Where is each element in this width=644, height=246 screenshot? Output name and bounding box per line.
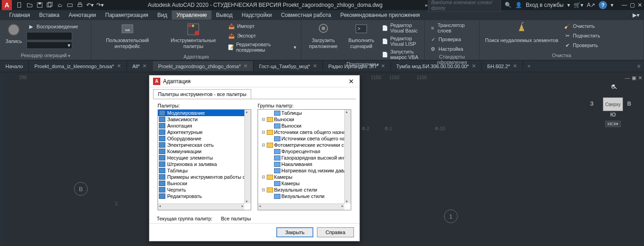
viewcube-south[interactable]: Ю	[610, 112, 616, 118]
palette-item[interactable]: Несущие элементы	[158, 155, 244, 161]
tree-expander-icon[interactable]: ⊟	[261, 143, 266, 147]
tabs-overflow-icon[interactable]: ≡	[633, 63, 644, 70]
menu-совместная работа[interactable]: Совместная работа	[276, 11, 336, 20]
scrollbar-horizontal[interactable]	[158, 203, 244, 210]
group-tree-item[interactable]: Накаливания	[258, 161, 344, 167]
menu-аннотации[interactable]: Аннотации	[64, 11, 100, 20]
vle-button[interactable]: 📄Редактор Visual LISP	[381, 35, 421, 47]
palette-item[interactable]: Электрическая сеть	[158, 142, 244, 148]
edit-aliases-button[interactable]: 📝Редактировать псевдонимы ▾	[227, 41, 297, 53]
tree-expander-icon[interactable]: ⊟	[261, 187, 266, 192]
search-icon[interactable]: 🔍	[505, 2, 512, 8]
signin-icon[interactable]: 👤	[515, 2, 522, 8]
menu-вид[interactable]: Вид	[153, 11, 172, 20]
minimize-icon[interactable]: —	[622, 2, 627, 8]
group-tree-item[interactable]: ⊟Фотометрические источники све	[258, 142, 344, 148]
configure-button[interactable]: ⚙Настройка	[428, 45, 475, 53]
cart-icon[interactable]: 🛒▾	[574, 2, 583, 8]
run-script-button[interactable]: > Выполнить сценарий	[344, 21, 379, 50]
dialog-tab-palettes[interactable]: Палитры инструментов - все палитры	[153, 89, 251, 99]
run-macro-button[interactable]: 📄Запустить макрос VBA	[381, 48, 421, 60]
tab-close-icon[interactable]: ✕	[381, 63, 385, 69]
group-tree-item[interactable]: Натриевая под низким давле	[258, 167, 344, 174]
menu-вставка[interactable]: Вставка	[35, 11, 64, 20]
doc-tab[interactable]: Начало	[0, 61, 29, 71]
menu-надстройки[interactable]: Надстройки	[237, 11, 276, 20]
viewcube-top[interactable]: Сверху	[603, 97, 623, 111]
print-icon[interactable]	[76, 1, 84, 9]
scrollbar-horizontal[interactable]	[258, 203, 344, 210]
new-tab-button[interactable]: +	[523, 61, 535, 71]
palette-item[interactable]: Штриховка и заливка	[158, 161, 244, 167]
doc-tab[interactable]: Тумба мод.БИ.306.00.00.00.00*✕	[391, 61, 482, 71]
scrollbar-vertical[interactable]	[344, 110, 351, 203]
menu-главная[interactable]: Главная	[5, 11, 35, 20]
panel-recorder[interactable]: Рекордер операций	[4, 52, 87, 59]
panel-minimize-icon[interactable]: —	[625, 75, 630, 81]
groups-treeview[interactable]: Таблицы⊟ВыноскиВыноски⊟Источники света о…	[258, 109, 351, 210]
cui-button[interactable]: cui Пользовательский интерфейс	[95, 21, 160, 50]
tree-expander-icon[interactable]: ⊟	[261, 175, 266, 179]
overkill-button[interactable]: ✂Подчистить	[563, 32, 601, 40]
vbe-button[interactable]: 📄Редактор Visual Basic	[381, 22, 421, 34]
group-tree-item[interactable]: Выноски	[258, 123, 344, 129]
tab-close-icon[interactable]: ✕	[513, 63, 517, 69]
purge-button[interactable]: 🧹Очистить	[563, 22, 601, 30]
menu-рекомендованные приложения[interactable]: Рекомендованные приложения	[336, 11, 424, 20]
app-logo[interactable]: A	[2, 0, 12, 10]
viewcube[interactable]: С Ю В З Сверху МСК▾	[589, 81, 635, 127]
group-tree-item[interactable]: Газоразрядная высокой инте	[258, 155, 344, 161]
layer-translator-button[interactable]: ≡Транслятор слоев	[428, 22, 475, 34]
panel-restore-icon[interactable]: ▣	[632, 75, 636, 81]
dialog-titlebar[interactable]: A Адаптация ✕	[149, 75, 359, 87]
saveall-icon[interactable]	[46, 1, 54, 9]
tab-close-icon[interactable]: ✕	[117, 63, 121, 69]
menu-управление[interactable]: Управление	[172, 11, 211, 20]
palette-item[interactable]: Чертить	[158, 187, 244, 193]
save-icon[interactable]	[36, 1, 44, 9]
macro-combo-2[interactable]: ▾	[26, 42, 72, 49]
group-tree-item[interactable]: ⊟Выноски	[258, 116, 344, 123]
doc-tab[interactable]: Proekt_doma_iz_kleennogo_brusa*✕	[29, 61, 127, 71]
cloud-icon[interactable]	[56, 1, 64, 9]
help-button[interactable]: Справка	[317, 227, 354, 237]
group-tree-item[interactable]: Визуальные стили	[258, 193, 344, 199]
open-icon[interactable]	[26, 1, 34, 9]
menu-вывод[interactable]: Вывод	[211, 11, 237, 20]
viewcube-west[interactable]: З	[590, 101, 594, 107]
palettes-listbox[interactable]: МоделированиеЗависимостиАннотацияАрхитек…	[158, 109, 251, 210]
palette-item[interactable]: Моделирование	[158, 110, 244, 116]
palette-item[interactable]: Таблицы	[158, 167, 244, 174]
find-unpurge-button[interactable]: Поиск неудаляемых элементов	[483, 21, 560, 44]
palette-item[interactable]: Редактировать	[158, 193, 244, 199]
import-button[interactable]: 📥Импорт	[227, 22, 297, 30]
macro-combo[interactable]	[26, 32, 72, 40]
help-icon[interactable]: ?	[599, 1, 607, 9]
close-button[interactable]: Закрыть	[276, 227, 313, 237]
dialog-close-icon[interactable]: ✕	[347, 78, 356, 85]
doc-tab[interactable]: Гост-ца_Тамбур_мод*✕	[253, 61, 323, 71]
group-tree-item[interactable]: Таблицы	[258, 110, 344, 116]
load-app-button[interactable]: Загрузить приложение	[305, 21, 342, 50]
plot-icon[interactable]	[66, 1, 74, 9]
doc-tab[interactable]: Радио Ирландия ЭП*✕	[323, 61, 391, 71]
audit-button[interactable]: ✔Проверить	[563, 41, 601, 49]
tree-expander-icon[interactable]: ⊟	[261, 130, 266, 134]
record-button[interactable]: Запись	[4, 21, 24, 45]
group-tree-item[interactable]: Источники света общего наз	[258, 135, 344, 142]
group-tree-item[interactable]: ⊟Камеры	[258, 174, 344, 180]
signin-label[interactable]: Вход в службы	[526, 2, 564, 8]
panel-close-icon[interactable]: ✕	[638, 75, 642, 81]
viewcube-north[interactable]: С	[611, 84, 615, 90]
viewcube-east[interactable]: В	[627, 101, 631, 107]
tool-palettes-button[interactable]: Инструментальные палитры	[163, 21, 224, 50]
tab-close-icon[interactable]: ✕	[143, 63, 147, 69]
palette-item[interactable]: Оборудование	[158, 135, 244, 142]
new-icon[interactable]	[16, 1, 24, 9]
menu-параметризация[interactable]: Параметризация	[100, 11, 153, 20]
group-tree-item[interactable]: ⊟Визуальные стили	[258, 187, 344, 193]
palette-item[interactable]: Примеры инструментов работы с ко	[158, 174, 244, 180]
tab-close-icon[interactable]: ✕	[313, 63, 317, 69]
featured-apps-icon[interactable]: ▶▾	[633, 12, 639, 18]
palette-item[interactable]: Коммуникации	[158, 148, 244, 155]
